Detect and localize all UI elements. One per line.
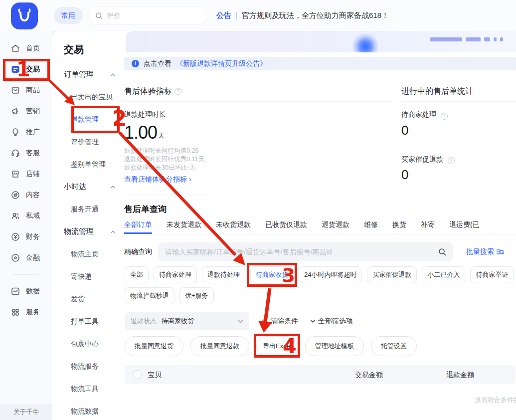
chip-buyer-urge[interactable]: 买家催促退款 xyxy=(367,266,417,283)
sidebar-item-finance[interactable]: 财务 xyxy=(0,226,52,247)
tab-return-shipping-fee[interactable]: 退运费(已 xyxy=(449,220,480,234)
menu-authentication-orders[interactable]: 鉴别单管理 xyxy=(64,153,124,176)
tab-exchange[interactable]: 换货 xyxy=(392,220,406,234)
trade-icon xyxy=(10,64,20,74)
chip-pending-merchant[interactable]: 待商家处理 xyxy=(154,266,197,283)
announcement-text[interactable]: 官方规则及玩法，全方位助力商家备战618！ xyxy=(242,11,389,20)
chip-awaiting-evidence[interactable]: 待商家举证 xyxy=(470,266,514,283)
chip-logistics-intercept[interactable]: 物流拦截秒退 xyxy=(125,287,174,304)
sidebar-item-shop[interactable]: 店铺 xyxy=(0,164,52,185)
submenu-title: 交易 xyxy=(64,43,124,57)
sidebar-item-marketing[interactable]: 营销 xyxy=(0,101,52,122)
promo-banner xyxy=(126,31,516,52)
chip-refund-pending[interactable]: 退款待处理 xyxy=(202,266,245,283)
menu-ship[interactable]: 发货 xyxy=(64,288,124,310)
buyer-urge-label: 买家催促退款 ? xyxy=(401,155,516,165)
menu-send-express[interactable]: 寄快递 xyxy=(64,265,124,288)
topbar-search-input[interactable] xyxy=(107,11,191,19)
sidebar-item-private-domain[interactable]: 私域 xyxy=(0,206,52,226)
experience-score-link[interactable]: 查看店铺体验分指标 › xyxy=(124,175,393,184)
menu-hourly-delivery[interactable]: 小时达 xyxy=(64,176,124,198)
sidebar-item-customer-service[interactable]: 客服 xyxy=(0,143,52,164)
notice-prefix: 点击查看 xyxy=(144,59,172,68)
menu-order-management[interactable]: 订单管理 xyxy=(64,63,124,86)
sidebar-item-fintech[interactable]: 金融 xyxy=(0,247,52,268)
sidebar-item-trade[interactable]: 1 交易 xyxy=(0,59,52,80)
sidebar-item-promotion[interactable]: 推广 xyxy=(0,122,52,143)
column-refund-amount: 退款金额 xyxy=(446,371,474,380)
tab-return-refund[interactable]: 退货退款 xyxy=(322,220,349,234)
menu-logistics-tools[interactable]: 物流工具 xyxy=(64,378,124,400)
tab-unreceived-refund[interactable]: 未收货退款 xyxy=(216,220,251,234)
chip-expiring-24h[interactable]: 24小时内即将超时 xyxy=(299,266,362,283)
menu-service-activation[interactable]: 服务开通 xyxy=(64,198,124,220)
chart-icon xyxy=(10,286,20,296)
aftersale-tabs: 全部订单 未发货退款 未收货退款 已收货仅退款 退货退款 维修 换货 补寄 退运… xyxy=(124,220,516,234)
sidebar-item-home[interactable]: 首页 xyxy=(0,38,52,59)
export-excel-button[interactable]: 4 导出Excel xyxy=(256,336,298,356)
delegate-settings-button[interactable]: 托管设置 xyxy=(371,336,417,356)
tab-reship[interactable]: 补寄 xyxy=(421,220,435,234)
chip-you-plus-service[interactable]: 优+服务 xyxy=(179,287,214,304)
app-sidebar: 首页 1 交易 商品 营销 推广 客服 店铺 内容 私域 财 xyxy=(0,31,52,420)
menu-logistics-services[interactable]: 物流服务 xyxy=(64,355,124,378)
ongoing-aftersale-stats-panel: 进行中的售后单统计 待商家处理 ? 0 买家催促退款 ? 0 xyxy=(401,86,516,181)
batch-actions-row: 批量同意退货 批量同意退款 4 导出Excel 管理地址模板 托管设置 xyxy=(125,336,417,356)
tab-unshipped-refund[interactable]: 未发货退款 xyxy=(167,220,201,234)
sidebar-item-content[interactable]: 内容 xyxy=(0,185,52,206)
menu-print-tools[interactable]: 打单工具 xyxy=(64,310,124,333)
refund-status-dropdown[interactable]: 退款状态 待商家收货 xyxy=(125,312,249,330)
help-icon[interactable]: ? xyxy=(448,157,455,164)
search-icon[interactable] xyxy=(438,248,446,256)
announcement-label: 公告 xyxy=(216,11,231,20)
aftersale-query-title: 售后单查询 xyxy=(124,204,167,215)
sidebar-item-data[interactable]: 数据 xyxy=(0,281,52,302)
tab-all-orders[interactable]: 全部订单 xyxy=(124,220,152,234)
menu-logistics-management[interactable]: 物流管理 xyxy=(64,220,124,243)
megaphone-icon xyxy=(10,106,20,116)
precise-query-row: 精确查询 批量搜索 xyxy=(124,242,516,261)
menu-package-center[interactable]: 包裹中心 xyxy=(64,333,124,355)
storefront-icon xyxy=(10,169,20,179)
menu-logistics-home[interactable]: 物流主页 xyxy=(64,243,124,265)
notice-link[interactable]: 《新版退款详情页升级公告》 xyxy=(176,59,267,68)
sidebar-item-goods[interactable]: 商品 xyxy=(0,80,52,101)
eraser-icon xyxy=(260,318,268,325)
menu-logistics-data[interactable]: 物流数据 xyxy=(64,400,124,420)
lightbulb-icon xyxy=(10,127,20,137)
menu-sold-items[interactable]: 已卖出的宝贝 xyxy=(64,86,124,108)
tab-received-refund-only[interactable]: 已收货仅退款 xyxy=(265,220,307,234)
help-icon[interactable]: ? xyxy=(174,88,181,95)
chip-all[interactable]: 全部 xyxy=(125,266,149,283)
search-icon xyxy=(95,12,103,19)
menu-refund-management[interactable]: 2 退款管理 xyxy=(64,108,124,131)
chip-awaiting-merchant-receipt[interactable]: 3 待商家收货 xyxy=(250,266,294,283)
all-filter-options-toggle[interactable]: 全部筛选项 xyxy=(310,317,353,326)
chip-staff-intervened[interactable]: 小二已介入 xyxy=(422,266,465,283)
aftersale-search-box[interactable] xyxy=(158,242,453,261)
menu-review-management[interactable]: 评价管理 xyxy=(64,131,124,153)
about-qianniu[interactable]: 关于千牛 xyxy=(0,404,52,420)
column-item: 宝贝 xyxy=(148,371,162,380)
clear-filters-button[interactable]: 清除条件 xyxy=(260,317,298,326)
topbar-search[interactable] xyxy=(88,6,207,25)
pending-merchant-label: 待商家处理 ? xyxy=(401,110,516,120)
quick-access-button[interactable]: 常用 xyxy=(54,7,83,24)
select-all-checkbox[interactable] xyxy=(133,370,142,379)
batch-agree-return-button[interactable]: 批量同意退货 xyxy=(125,336,183,356)
aftersale-metrics-panel: 售后体验指标 ? 退款处理时长 1.00 天 退款处理时长同行均值0.26 退款… xyxy=(124,86,393,184)
upgrade-notice-bar: i 点击查看 《新版退款详情页升级公告》 xyxy=(124,57,516,70)
qianniu-logo xyxy=(11,2,38,29)
coin-icon xyxy=(10,253,20,263)
batch-search-link[interactable]: 批量搜索 xyxy=(466,247,504,256)
sidebar-item-services[interactable]: 服务 xyxy=(0,302,52,323)
aftersale-search-input[interactable] xyxy=(165,248,438,256)
help-icon[interactable]: ? xyxy=(441,113,448,120)
manage-address-template-button[interactable]: 管理地址模板 xyxy=(305,336,364,356)
tab-repair[interactable]: 维修 xyxy=(364,220,378,234)
batch-agree-refund-button[interactable]: 批量同意退款 xyxy=(190,336,249,356)
metrics-title: 售后体验指标 ? xyxy=(124,86,393,97)
divider xyxy=(124,195,516,195)
chevron-down-icon xyxy=(238,319,243,323)
filter-chips-row-1: 全部 待商家处理 退款待处理 3 待商家收货 24小时内即将超时 买家催促退款 … xyxy=(125,266,516,283)
